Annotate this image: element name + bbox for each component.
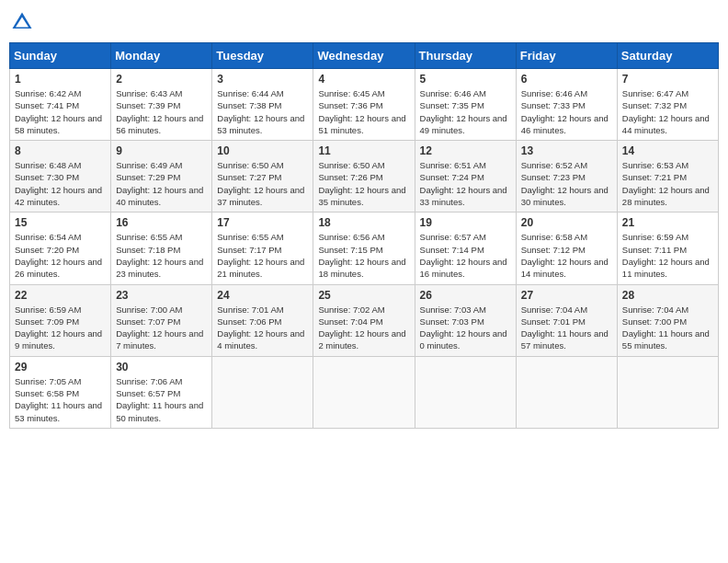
day-number: 24 (217, 289, 308, 302)
calendar-table: SundayMondayTuesdayWednesdayThursdayFrid… (9, 42, 719, 429)
day-info: Sunrise: 6:48 AM Sunset: 7:30 PM Dayligh… (15, 159, 106, 208)
day-info: Sunrise: 6:53 AM Sunset: 7:21 PM Dayligh… (622, 159, 713, 208)
calendar-day-cell: 29 Sunrise: 7:05 AM Sunset: 6:58 PM Dayl… (10, 356, 111, 428)
day-number: 29 (15, 361, 106, 373)
calendar-header: SundayMondayTuesdayWednesdayThursdayFrid… (10, 43, 719, 69)
day-info: Sunrise: 6:55 AM Sunset: 7:18 PM Dayligh… (116, 231, 207, 280)
calendar-day-cell: 1 Sunrise: 6:42 AM Sunset: 7:41 PM Dayli… (10, 69, 111, 141)
day-number: 12 (420, 144, 511, 157)
weekday-header: Friday (516, 43, 617, 69)
calendar-day-cell: 13 Sunrise: 6:52 AM Sunset: 7:23 PM Dayl… (516, 141, 617, 213)
day-number: 6 (521, 73, 612, 86)
day-number: 13 (521, 144, 612, 157)
day-info: Sunrise: 6:59 AM Sunset: 7:11 PM Dayligh… (622, 231, 713, 280)
day-number: 20 (521, 216, 612, 229)
day-info: Sunrise: 6:46 AM Sunset: 7:35 PM Dayligh… (420, 87, 511, 136)
calendar-day-cell: 11 Sunrise: 6:50 AM Sunset: 7:26 PM Dayl… (313, 141, 415, 213)
calendar-day-cell: 20 Sunrise: 6:58 AM Sunset: 7:12 PM Dayl… (516, 213, 617, 284)
day-info: Sunrise: 6:51 AM Sunset: 7:24 PM Dayligh… (420, 159, 511, 208)
day-info: Sunrise: 6:49 AM Sunset: 7:29 PM Dayligh… (116, 159, 207, 208)
calendar-day-cell (212, 356, 313, 428)
page-header (9, 9, 719, 35)
day-info: Sunrise: 6:52 AM Sunset: 7:23 PM Dayligh… (521, 159, 612, 208)
day-number: 15 (15, 216, 106, 229)
calendar-day-cell: 15 Sunrise: 6:54 AM Sunset: 7:20 PM Dayl… (10, 213, 111, 284)
calendar-day-cell: 12 Sunrise: 6:51 AM Sunset: 7:24 PM Dayl… (415, 141, 516, 213)
calendar-day-cell (313, 356, 415, 428)
calendar-day-cell (617, 356, 718, 428)
day-number: 7 (622, 73, 713, 86)
calendar-day-cell: 6 Sunrise: 6:46 AM Sunset: 7:33 PM Dayli… (516, 69, 617, 141)
day-number: 16 (116, 216, 207, 229)
day-number: 25 (318, 289, 409, 302)
calendar-day-cell (415, 356, 516, 428)
day-number: 2 (116, 73, 207, 86)
day-info: Sunrise: 6:50 AM Sunset: 7:26 PM Dayligh… (318, 159, 409, 208)
day-number: 23 (116, 289, 207, 302)
day-info: Sunrise: 6:45 AM Sunset: 7:36 PM Dayligh… (318, 87, 409, 136)
weekday-header: Thursday (415, 43, 516, 69)
calendar-day-cell: 18 Sunrise: 6:56 AM Sunset: 7:15 PM Dayl… (313, 213, 415, 284)
calendar-day-cell: 3 Sunrise: 6:44 AM Sunset: 7:38 PM Dayli… (212, 69, 313, 141)
day-info: Sunrise: 6:42 AM Sunset: 7:41 PM Dayligh… (15, 87, 106, 136)
calendar-day-cell: 26 Sunrise: 7:03 AM Sunset: 7:03 PM Dayl… (415, 284, 516, 356)
calendar-day-cell: 14 Sunrise: 6:53 AM Sunset: 7:21 PM Dayl… (617, 141, 718, 213)
day-number: 28 (622, 289, 713, 302)
day-number: 3 (217, 73, 308, 86)
calendar-day-cell: 23 Sunrise: 7:00 AM Sunset: 7:07 PM Dayl… (111, 284, 212, 356)
calendar-day-cell: 21 Sunrise: 6:59 AM Sunset: 7:11 PM Dayl… (617, 213, 718, 284)
weekday-header: Tuesday (212, 43, 313, 69)
calendar-day-cell: 2 Sunrise: 6:43 AM Sunset: 7:39 PM Dayli… (111, 69, 212, 141)
calendar-day-cell: 19 Sunrise: 6:57 AM Sunset: 7:14 PM Dayl… (415, 213, 516, 284)
weekday-header: Wednesday (313, 43, 415, 69)
day-info: Sunrise: 6:44 AM Sunset: 7:38 PM Dayligh… (217, 87, 308, 136)
day-info: Sunrise: 7:04 AM Sunset: 7:01 PM Dayligh… (521, 304, 612, 352)
calendar-day-cell: 4 Sunrise: 6:45 AM Sunset: 7:36 PM Dayli… (313, 69, 415, 141)
day-number: 8 (15, 144, 106, 157)
weekday-header-row: SundayMondayTuesdayWednesdayThursdayFrid… (10, 43, 719, 69)
day-info: Sunrise: 6:47 AM Sunset: 7:32 PM Dayligh… (622, 87, 713, 136)
day-info: Sunrise: 7:03 AM Sunset: 7:03 PM Dayligh… (420, 304, 511, 352)
calendar-day-cell: 5 Sunrise: 6:46 AM Sunset: 7:35 PM Dayli… (415, 69, 516, 141)
day-info: Sunrise: 6:59 AM Sunset: 7:09 PM Dayligh… (15, 304, 106, 352)
day-info: Sunrise: 6:55 AM Sunset: 7:17 PM Dayligh… (217, 231, 308, 280)
calendar-day-cell: 22 Sunrise: 6:59 AM Sunset: 7:09 PM Dayl… (10, 284, 111, 356)
calendar-day-cell: 25 Sunrise: 7:02 AM Sunset: 7:04 PM Dayl… (313, 284, 415, 356)
day-number: 4 (318, 73, 409, 86)
calendar-day-cell: 7 Sunrise: 6:47 AM Sunset: 7:32 PM Dayli… (617, 69, 718, 141)
day-number: 1 (15, 73, 106, 86)
day-number: 14 (622, 144, 713, 157)
day-number: 30 (116, 361, 207, 373)
day-info: Sunrise: 7:04 AM Sunset: 7:00 PM Dayligh… (622, 304, 713, 352)
calendar-day-cell: 24 Sunrise: 7:01 AM Sunset: 7:06 PM Dayl… (212, 284, 313, 356)
day-number: 5 (420, 73, 511, 86)
day-info: Sunrise: 7:06 AM Sunset: 6:57 PM Dayligh… (116, 375, 207, 424)
day-info: Sunrise: 7:01 AM Sunset: 7:06 PM Dayligh… (217, 304, 308, 352)
logo-icon (9, 9, 35, 35)
calendar-week-row: 15 Sunrise: 6:54 AM Sunset: 7:20 PM Dayl… (10, 213, 719, 284)
day-number: 11 (318, 144, 409, 157)
calendar-day-cell (516, 356, 617, 428)
day-number: 10 (217, 144, 308, 157)
weekday-header: Monday (111, 43, 212, 69)
day-number: 21 (622, 216, 713, 229)
calendar-day-cell: 10 Sunrise: 6:50 AM Sunset: 7:27 PM Dayl… (212, 141, 313, 213)
day-number: 17 (217, 216, 308, 229)
day-number: 9 (116, 144, 207, 157)
calendar-day-cell: 27 Sunrise: 7:04 AM Sunset: 7:01 PM Dayl… (516, 284, 617, 356)
day-info: Sunrise: 6:57 AM Sunset: 7:14 PM Dayligh… (420, 231, 511, 280)
day-number: 19 (420, 216, 511, 229)
calendar-day-cell: 17 Sunrise: 6:55 AM Sunset: 7:17 PM Dayl… (212, 213, 313, 284)
day-info: Sunrise: 6:46 AM Sunset: 7:33 PM Dayligh… (521, 87, 612, 136)
day-info: Sunrise: 6:50 AM Sunset: 7:27 PM Dayligh… (217, 159, 308, 208)
day-number: 27 (521, 289, 612, 302)
day-info: Sunrise: 6:54 AM Sunset: 7:20 PM Dayligh… (15, 231, 106, 280)
calendar-day-cell: 30 Sunrise: 7:06 AM Sunset: 6:57 PM Dayl… (111, 356, 212, 428)
calendar-day-cell: 16 Sunrise: 6:55 AM Sunset: 7:18 PM Dayl… (111, 213, 212, 284)
weekday-header: Sunday (10, 43, 111, 69)
day-info: Sunrise: 7:02 AM Sunset: 7:04 PM Dayligh… (318, 304, 409, 352)
day-info: Sunrise: 6:58 AM Sunset: 7:12 PM Dayligh… (521, 231, 612, 280)
calendar-day-cell: 28 Sunrise: 7:04 AM Sunset: 7:00 PM Dayl… (617, 284, 718, 356)
logo (9, 9, 39, 35)
calendar-body: 1 Sunrise: 6:42 AM Sunset: 7:41 PM Dayli… (10, 69, 719, 429)
